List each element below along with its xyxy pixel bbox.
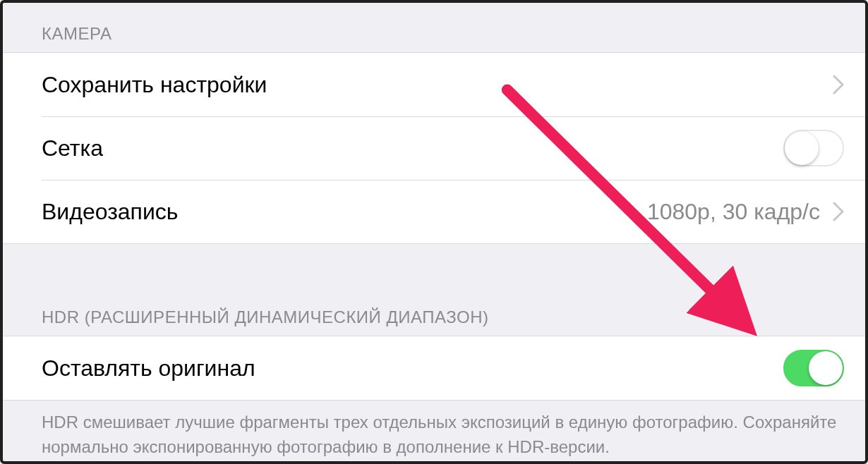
- row-detail-record-video: 1080p, 30 кадр/с: [647, 199, 820, 225]
- row-label-preserve-settings: Сохранить настройки: [42, 72, 833, 98]
- row-record-video[interactable]: Видеозапись 1080p, 30 кадр/с: [3, 180, 865, 243]
- section-footer-hdr: HDR смешивает лучшие фрагменты трех отде…: [3, 401, 865, 464]
- toggle-knob: [809, 351, 843, 385]
- chevron-right-icon: [833, 202, 844, 221]
- chevron-right-icon: [833, 75, 844, 94]
- row-label-grid: Сетка: [42, 135, 783, 161]
- row-label-keep-normal-photo: Оставлять оригинал: [42, 355, 783, 381]
- toggle-grid[interactable]: [783, 130, 844, 166]
- section-header-hdr: HDR (РАСШИРЕННЫЙ ДИНАМИЧЕСКИЙ ДИАПАЗОН): [3, 286, 865, 336]
- row-keep-normal-photo[interactable]: Оставлять оригинал: [3, 336, 865, 400]
- toggle-keep-normal-photo[interactable]: [783, 350, 844, 386]
- section-spacer: [3, 244, 865, 286]
- row-label-record-video: Видеозапись: [42, 199, 647, 225]
- group-camera: Сохранить настройки Сетка Видеозапись 10…: [3, 52, 865, 244]
- group-hdr: Оставлять оригинал: [3, 336, 865, 401]
- row-grid[interactable]: Сетка: [3, 116, 865, 180]
- toggle-knob: [785, 131, 819, 165]
- section-header-camera: КАМЕРА: [3, 3, 865, 52]
- row-preserve-settings[interactable]: Сохранить настройки: [3, 53, 865, 116]
